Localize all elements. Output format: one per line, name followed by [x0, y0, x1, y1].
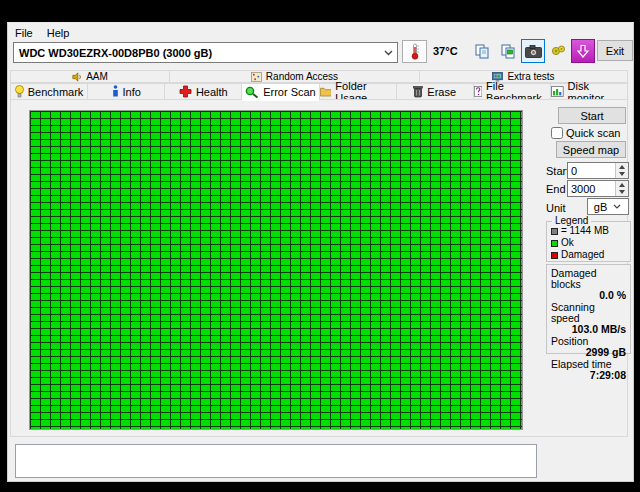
app-window: File Help WDC WD30EZRX-00D8PB0 (3000 gB)… [0, 0, 640, 492]
main-tab-row: Benchmark Info Health Error Scan [10, 83, 628, 100]
tab-error-scan-label: Error Scan [263, 86, 316, 98]
exit-button[interactable]: Exit [597, 40, 633, 61]
info-icon [112, 85, 119, 98]
spin-up-icon [619, 183, 625, 187]
copy-button[interactable] [470, 39, 494, 63]
tab-health[interactable]: Health [165, 83, 242, 100]
legend-ok: Ok [547, 237, 630, 249]
unit-select-value: gB [588, 201, 613, 213]
end-spin-down[interactable] [616, 189, 628, 197]
block-swatch [551, 228, 558, 235]
save-image-button[interactable] [496, 39, 520, 63]
magnifier-icon [245, 86, 259, 99]
chevron-down-icon [380, 50, 397, 56]
quick-scan-label: Quick scan [566, 127, 620, 139]
camera-icon [525, 45, 542, 58]
download-button[interactable] [571, 39, 595, 63]
folder-icon [320, 86, 332, 97]
start-spin-down[interactable] [616, 171, 628, 179]
camera-button[interactable] [521, 39, 545, 63]
chevron-down-icon [613, 204, 628, 209]
options-button[interactable] [547, 39, 571, 63]
temperature-value: 37°C [433, 45, 458, 57]
end-field [567, 180, 629, 197]
tab-benchmark[interactable]: Benchmark [10, 83, 88, 100]
status-text-box [15, 444, 537, 478]
device-selector-value: WDC WD30EZRX-00D8PB0 (3000 gB) [14, 47, 380, 59]
legend-damaged-label: Damaged [561, 249, 604, 261]
device-selector[interactable]: WDC WD30EZRX-00D8PB0 (3000 gB) [13, 42, 398, 63]
thermometer-icon [410, 43, 420, 60]
start-field [567, 162, 629, 179]
spin-down-icon [619, 172, 625, 176]
legend-ok-label: Ok [561, 237, 574, 249]
tab-file-benchmark[interactable]: File Benchmark [474, 83, 551, 100]
scan-grid [29, 110, 523, 430]
legend-block-size: = 1144 MB [547, 225, 630, 237]
unit-field-label: Unit [546, 202, 566, 214]
tab-aam[interactable]: AAM [10, 70, 170, 83]
spin-up-icon [619, 165, 625, 169]
menu-help[interactable]: Help [40, 25, 77, 41]
tab-disk-monitor[interactable]: Disk monitor [551, 83, 628, 100]
spin-down-icon [619, 190, 625, 194]
tab-random-access-label: Random Access [266, 71, 338, 82]
tab-folder-usage[interactable]: Folder Usage [320, 83, 397, 100]
health-cross-icon [179, 85, 192, 98]
legend-title: Legend [552, 215, 591, 226]
position-value: 2999 gB [551, 347, 626, 358]
tab-health-label: Health [196, 86, 228, 98]
tab-erase-label: Erase [427, 86, 456, 98]
scanning-speed-label: Scanning speed [551, 302, 626, 324]
unit-select[interactable]: gB [587, 198, 629, 215]
legend-damaged: Damaged [547, 249, 630, 261]
tab-aam-label: AAM [86, 71, 108, 82]
legend-groupbox: Legend = 1144 MB Ok Damaged [546, 221, 631, 262]
tab-error-scan[interactable]: Error Scan [242, 83, 319, 101]
tab-info-label: Info [123, 86, 141, 98]
end-field-label: End [546, 183, 566, 195]
copy-icon [474, 43, 490, 59]
start-field-label: Start [546, 165, 569, 177]
legend-block-label: = 1144 MB [561, 225, 609, 237]
temperature-panel [402, 40, 427, 63]
quick-scan-checkbox[interactable] [551, 127, 563, 139]
speed-map-button[interactable]: Speed map [556, 141, 626, 158]
damaged-swatch [551, 252, 558, 259]
end-input[interactable] [568, 181, 615, 196]
options-icon [551, 44, 567, 58]
end-spinner [615, 181, 628, 196]
start-spinner [615, 163, 628, 178]
scanning-speed-value: 103.0 MB/s [551, 324, 626, 335]
ok-swatch [551, 240, 558, 247]
scan-stats-panel: Damaged blocks 0.0 % Scanning speed 103.… [546, 264, 631, 354]
damaged-blocks-label: Damaged blocks [551, 268, 626, 290]
trash-icon [413, 85, 423, 98]
start-spin-up[interactable] [616, 163, 628, 171]
end-spin-up[interactable] [616, 181, 628, 189]
tab-info[interactable]: Info [88, 83, 165, 100]
start-scan-button[interactable]: Start [558, 107, 626, 124]
download-arrow-icon [577, 45, 589, 58]
disk-monitor-icon [551, 86, 564, 97]
start-input[interactable] [568, 163, 615, 178]
file-benchmark-icon [474, 85, 482, 98]
tab-erase[interactable]: Erase [397, 83, 474, 100]
save-image-icon [500, 43, 516, 59]
quick-scan-row: Quick scan [551, 127, 620, 139]
tab-benchmark-label: Benchmark [28, 86, 84, 98]
bulb-icon [15, 85, 24, 98]
damaged-blocks-value: 0.0 % [551, 290, 626, 301]
random-access-icon [251, 72, 262, 82]
speaker-icon [72, 72, 82, 82]
elapsed-time-value: 7:29:08 [551, 370, 626, 381]
menu-file[interactable]: File [8, 25, 40, 41]
